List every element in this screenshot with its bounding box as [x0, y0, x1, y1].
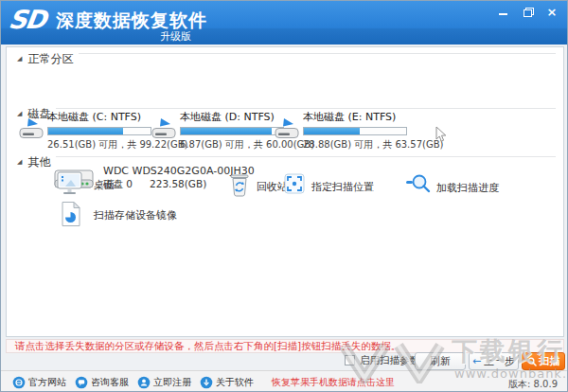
titlebar: SD 深度数据恢复软件 升级版 ×	[1, 1, 568, 45]
shortcut-label: 加载扫描进度	[436, 181, 499, 195]
section-others-header[interactable]: ◢ 其他	[17, 156, 50, 168]
scan-params-checkbox[interactable]	[345, 355, 355, 365]
divider	[56, 108, 556, 109]
link-official-site[interactable]: 官方网站	[12, 376, 66, 389]
close-button[interactable]: ×	[544, 5, 559, 18]
drive-capacity-text: 26.51(GB) 可用，共 99.22(GB)	[47, 138, 153, 151]
capacity-bar	[180, 127, 284, 135]
drive-label: 本地磁盘 (E: NTFS)	[303, 110, 409, 124]
version-label: 版本: 8.0.9	[508, 378, 558, 391]
collapse-arrow-icon: ◢	[17, 56, 22, 62]
drive-capacity-text: 28.88(GB) 可用，共 63.57(GB)	[303, 138, 409, 151]
main-panel: ◢ 正常分区 本地磁盘 (C: NTFS) 26.51(GB) 可用，共 99.…	[6, 46, 564, 337]
scan-button[interactable]: 扫描	[522, 352, 565, 370]
section-title: 磁盘	[27, 106, 50, 122]
app-logo: SD	[6, 5, 54, 39]
target-location-icon	[283, 172, 306, 195]
restore-button[interactable]	[520, 5, 535, 18]
capacity-bar-fill	[304, 128, 360, 134]
load-progress-icon	[406, 173, 431, 194]
capacity-bar	[47, 127, 151, 135]
support-icon	[75, 376, 88, 389]
drive-item-d[interactable]: 本地磁盘 (D: NTFS) 6.87(GB) 可用，共 60.00(GB)	[151, 110, 281, 148]
scan-button-label: 扫描	[540, 354, 560, 368]
shortcut-label: 桌面	[94, 178, 115, 192]
footer-link-label: 立即注册	[153, 376, 191, 389]
arrow-left-icon: ←	[472, 355, 481, 367]
recycle-bin-icon	[228, 172, 251, 197]
refresh-button-label: 刷新	[430, 354, 451, 368]
link-register[interactable]: 立即注册	[137, 376, 191, 389]
previous-step-label: 上一步	[484, 354, 515, 368]
capacity-bar-fill	[181, 128, 272, 134]
footer-link-label: 官方网站	[28, 376, 66, 389]
link-about[interactable]: 关于软件	[200, 376, 254, 389]
collapse-arrow-icon: ◢	[17, 111, 22, 117]
mouse-cursor	[435, 126, 448, 143]
notice-text: 请点击选择丢失数据的分区或存储设备，然后点击右下角的[扫描]按钮扫描丢失的数据。	[15, 340, 400, 353]
apple-recovery-link[interactable]: 恢复苹果手机数据请点击这里	[272, 376, 395, 389]
notice-bar: 请点击选择丢失数据的分区或存储设备，然后点击右下角的[扫描]按钮扫描丢失的数据。	[6, 339, 564, 353]
close-icon: ×	[547, 6, 558, 18]
drive-label: 本地磁盘 (D: NTFS)	[180, 110, 286, 124]
restore-icon	[524, 8, 532, 15]
magnifier-icon	[527, 357, 537, 366]
register-person-icon	[137, 376, 151, 389]
drive-capacity-text: 6.87(GB) 可用，共 60.00(GB)	[180, 138, 286, 151]
hard-drive-icon	[274, 116, 300, 141]
capacity-bar-fill	[48, 128, 123, 134]
minimize-icon	[499, 13, 507, 15]
section-title: 正常分区	[27, 51, 73, 67]
section-disks-header[interactable]: ◢ 磁盘	[17, 108, 50, 119]
hard-drive-icon	[151, 116, 177, 141]
section-partitions-header[interactable]: ◢ 正常分区	[17, 53, 73, 64]
edition-badge: 升级版	[160, 29, 191, 44]
collapse-arrow-icon: ◢	[17, 159, 22, 166]
shortcut-label: 指定扫描位置	[311, 180, 374, 194]
divider	[79, 53, 556, 54]
desktop-icon	[56, 170, 84, 197]
shortcut-label: 扫描存储设备镜像	[94, 208, 177, 223]
refresh-button[interactable]: 刷新	[415, 352, 466, 370]
footer-bar: 官方网站 咨询客服 立即注册 关于软件 恢复苹果手机数据请点击这里	[1, 370, 568, 392]
action-row: 启用扫描参数设置 刷新 ← 上一步 扫描	[1, 352, 568, 371]
section-title: 其他	[27, 154, 50, 170]
previous-step-button[interactable]: ← 上一步	[469, 352, 519, 370]
capacity-bar	[303, 127, 407, 135]
link-customer-service[interactable]: 咨询客服	[75, 376, 129, 389]
globe-icon	[12, 376, 26, 389]
footer-link-label: 咨询客服	[91, 376, 129, 389]
device-image-icon	[60, 201, 82, 227]
minimize-button[interactable]	[495, 5, 510, 18]
drive-label: 本地磁盘 (C: NTFS)	[47, 110, 153, 124]
disk-size: 223.58(GB)	[150, 178, 206, 189]
divider	[56, 156, 556, 157]
footer-link-label: 关于软件	[216, 376, 254, 389]
about-download-icon	[200, 376, 213, 389]
drive-item-e[interactable]: 本地磁盘 (E: NTFS) 28.88(GB) 可用，共 63.57(GB)	[274, 110, 404, 148]
